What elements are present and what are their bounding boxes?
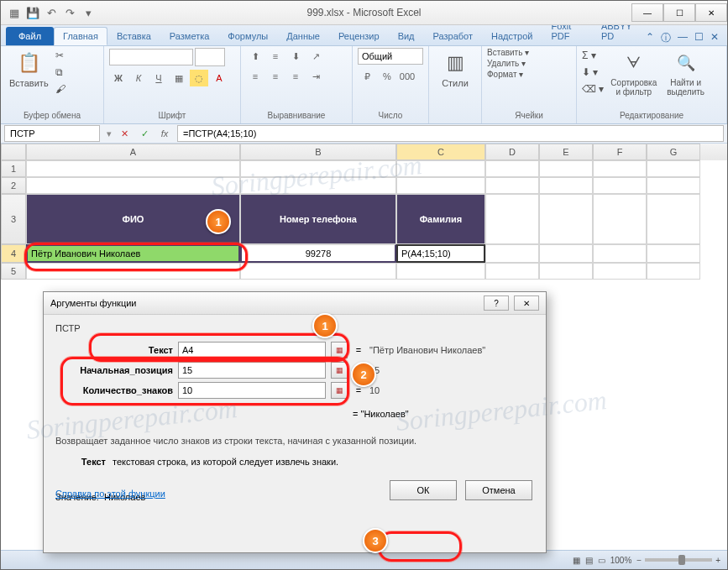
cell[interactable] [396, 160, 485, 177]
tab-dev[interactable]: Разработ [424, 27, 482, 45]
tab-data[interactable]: Данные [277, 27, 329, 45]
help-link[interactable]: Справка по этой функции [55, 489, 165, 499]
font-size-select[interactable] [195, 48, 225, 66]
cell[interactable] [396, 263, 485, 280]
cell[interactable] [593, 194, 647, 244]
zoom-level[interactable]: 100% [610, 556, 632, 565]
dialog-help-button[interactable]: ? [484, 295, 509, 311]
enter-formula-icon[interactable]: ✓ [135, 125, 154, 142]
zoom-slider[interactable] [645, 558, 712, 562]
name-box[interactable]: ПСТР [4, 125, 100, 142]
arg-num-input[interactable] [178, 382, 326, 399]
orientation-icon[interactable]: ↗ [306, 48, 325, 65]
tab-insert[interactable]: Вставка [107, 27, 160, 45]
tab-addins[interactable]: Надстрой [482, 27, 542, 45]
align-bottom-icon[interactable]: ⬇ [286, 48, 305, 65]
dialog-titlebar[interactable]: Аргументы функции ? ✕ [44, 292, 546, 315]
cancel-formula-icon[interactable]: ✕ [115, 125, 134, 142]
ribbon-close-icon[interactable]: ✕ [710, 31, 719, 45]
col-header-F[interactable]: F [593, 144, 647, 160]
cell[interactable] [647, 244, 700, 263]
select-all-corner[interactable] [1, 144, 26, 160]
ribbon-minimize-icon[interactable]: — [678, 31, 688, 45]
cell[interactable] [539, 177, 593, 194]
cell[interactable] [647, 160, 700, 177]
cells-delete[interactable]: Удалить ▾ [487, 59, 526, 68]
align-right-icon[interactable]: ≡ [286, 68, 305, 85]
arg-start-input[interactable] [178, 362, 326, 379]
cell-B4[interactable]: 99278 [240, 244, 396, 263]
ribbon-restore-icon[interactable]: ☐ [694, 31, 704, 45]
paste-button[interactable]: 📋 Вставить [6, 48, 52, 90]
dialog-close-button[interactable]: ✕ [514, 295, 539, 311]
minimize-ribbon-icon[interactable]: ⌃ [646, 31, 654, 45]
cell[interactable] [593, 244, 647, 263]
underline-icon[interactable]: Ч [149, 70, 168, 86]
cell[interactable] [240, 177, 396, 194]
align-center-icon[interactable]: ≡ [266, 68, 285, 85]
table-header-surname[interactable]: Фамилия [396, 194, 485, 244]
arg-text-ref-icon[interactable]: ▦ [331, 342, 348, 358]
table-header-phone[interactable]: Номер телефона [240, 194, 396, 244]
format-painter-icon[interactable]: 🖌 [55, 81, 65, 97]
align-middle-icon[interactable]: ≡ [266, 48, 285, 65]
tab-review[interactable]: Рецензир [329, 27, 389, 45]
tab-home[interactable]: Главная [54, 27, 107, 45]
font-select[interactable] [109, 49, 193, 65]
cell-C4[interactable]: Р(A4;15;10) [396, 244, 485, 263]
row-header-1[interactable]: 1 [1, 160, 26, 177]
col-header-B[interactable]: B [240, 144, 396, 160]
cell[interactable] [485, 194, 539, 244]
zoom-in-icon[interactable]: + [715, 556, 720, 565]
clear-icon[interactable]: ⌫ ▾ [582, 81, 604, 97]
cells-insert[interactable]: Вставить ▾ [487, 48, 529, 57]
col-header-A[interactable]: A [26, 144, 240, 160]
maximize-button[interactable]: ☐ [663, 3, 695, 22]
cell[interactable] [485, 263, 539, 280]
view-normal-icon[interactable]: ▦ [573, 556, 580, 565]
autosum-icon[interactable]: Σ ▾ [582, 48, 604, 63]
bold-icon[interactable]: Ж [109, 70, 128, 86]
cell[interactable] [593, 160, 647, 177]
cell[interactable] [396, 177, 485, 194]
tab-view[interactable]: Вид [389, 27, 424, 45]
cell[interactable] [539, 160, 593, 177]
formula-input[interactable]: =ПСТР(A4;15;10) [177, 125, 724, 142]
styles-button[interactable]: ▥ Стили [434, 48, 476, 90]
cut-icon[interactable]: ✂ [55, 48, 65, 63]
row-header-4[interactable]: 4 [1, 244, 26, 263]
number-format-select[interactable] [358, 48, 423, 65]
ok-button[interactable]: ОК [390, 480, 457, 500]
undo-icon[interactable]: ↶ [45, 6, 58, 19]
cell[interactable] [539, 194, 593, 244]
zoom-out-icon[interactable]: − [636, 556, 642, 565]
view-pagebreak-icon[interactable]: ▭ [598, 556, 605, 565]
fill-icon[interactable]: ⬇ ▾ [582, 65, 604, 80]
cell[interactable] [647, 263, 700, 280]
cell-A1[interactable] [26, 160, 240, 177]
percent-icon[interactable]: % [378, 68, 396, 85]
view-layout-icon[interactable]: ▤ [585, 556, 593, 565]
border-icon[interactable]: ▦ [170, 70, 188, 86]
col-header-E[interactable]: E [539, 144, 593, 160]
close-button[interactable]: ✕ [695, 3, 727, 22]
currency-icon[interactable]: ₽ [358, 68, 376, 85]
cell[interactable] [593, 177, 647, 194]
cell[interactable] [485, 160, 539, 177]
cell[interactable] [240, 263, 396, 280]
cell-A4[interactable]: Пётр Иванович Николаев [26, 244, 240, 263]
align-top-icon[interactable]: ⬆ [246, 48, 264, 65]
minimize-button[interactable]: — [631, 3, 663, 22]
align-left-icon[interactable]: ≡ [246, 68, 264, 85]
save-icon[interactable]: 💾 [26, 6, 39, 19]
arg-start-ref-icon[interactable]: ▦ [331, 362, 348, 379]
indent-icon[interactable]: ⇥ [306, 68, 325, 85]
arg-num-ref-icon[interactable]: ▦ [331, 382, 348, 399]
cell[interactable] [539, 244, 593, 263]
arg-text-input[interactable] [178, 342, 326, 358]
tab-file[interactable]: Файл [6, 27, 54, 45]
comma-icon[interactable]: 000 [398, 68, 416, 85]
fill-color-icon[interactable]: ◌ [190, 70, 208, 86]
font-color-icon[interactable]: A [210, 70, 228, 86]
row-header-3[interactable]: 3 [1, 194, 26, 244]
